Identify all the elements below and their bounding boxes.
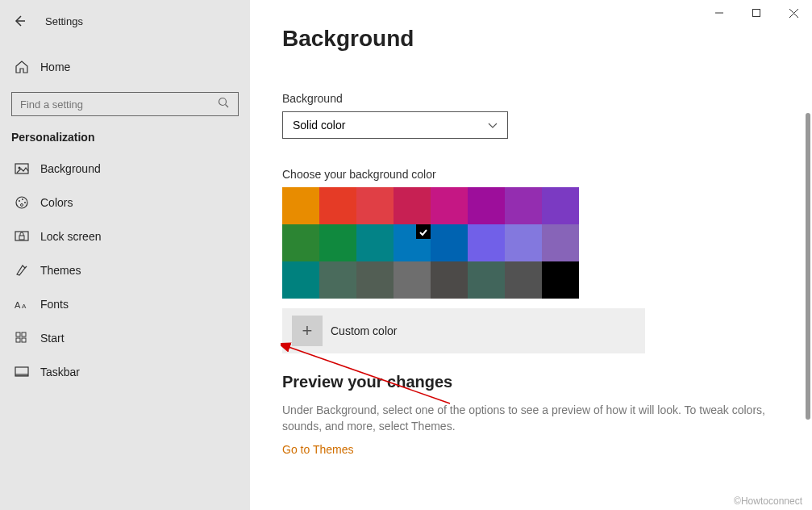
sidebar-item-label: Taskbar [40, 366, 80, 378]
svg-rect-24 [15, 374, 28, 376]
home-label: Home [40, 61, 70, 73]
color-swatch[interactable] [282, 261, 319, 299]
palette-icon [15, 195, 29, 210]
color-swatch[interactable] [505, 187, 542, 224]
color-swatch[interactable] [394, 224, 431, 261]
sidebar: Settings Home Personalization Background… [0, 0, 250, 510]
go-to-themes-link[interactable]: Go to Themes [282, 443, 353, 456]
back-button[interactable] [10, 11, 29, 31]
sidebar-item-label: Start [40, 332, 65, 345]
home-icon [15, 60, 29, 74]
sidebar-item-label: Background [40, 162, 101, 175]
search-field[interactable] [20, 98, 218, 111]
svg-point-12 [24, 202, 26, 203]
watermark: ©Howtoconnect [734, 495, 802, 507]
color-swatch[interactable] [468, 261, 505, 299]
color-swatch[interactable] [431, 187, 468, 224]
svg-point-10 [19, 200, 20, 202]
svg-rect-19 [16, 332, 20, 337]
preview-heading: Preview your changes [282, 373, 780, 391]
svg-point-8 [19, 167, 21, 169]
color-swatch[interactable] [542, 187, 579, 224]
color-swatch[interactable] [356, 261, 394, 299]
sidebar-item-colors[interactable]: Colors [0, 186, 250, 219]
fonts-icon: AA [15, 297, 29, 311]
sidebar-item-label: Lock screen [40, 230, 101, 243]
svg-text:A: A [15, 300, 21, 310]
dropdown-value: Solid color [293, 119, 345, 132]
color-swatch[interactable] [542, 224, 579, 261]
svg-rect-21 [16, 338, 20, 342]
svg-point-11 [22, 199, 23, 200]
background-dropdown[interactable]: Solid color [282, 111, 508, 139]
svg-line-6 [226, 104, 229, 107]
sidebar-item-taskbar[interactable]: Taskbar [0, 355, 250, 389]
check-icon [418, 226, 428, 240]
sidebar-item-lock-screen[interactable]: Lock screen [0, 219, 250, 253]
svg-point-13 [21, 204, 23, 207]
sidebar-item-themes[interactable]: Themes [0, 253, 250, 287]
home-nav[interactable]: Home [0, 50, 250, 84]
page-title: Background [282, 26, 780, 52]
color-swatch[interactable] [282, 187, 319, 224]
picture-icon [15, 161, 29, 176]
preview-description: Under Background, select one of the opti… [282, 403, 766, 434]
custom-color-button[interactable]: + Custom color [282, 308, 645, 353]
color-swatch[interactable] [356, 224, 394, 261]
color-swatch[interactable] [431, 224, 468, 261]
section-header: Personalization [0, 116, 250, 152]
app-title: Settings [45, 15, 83, 27]
color-swatch[interactable] [394, 187, 431, 224]
color-swatch[interactable] [319, 187, 356, 224]
sidebar-item-start[interactable]: Start [0, 321, 250, 355]
sidebar-item-label: Themes [40, 264, 81, 277]
color-swatch[interactable] [282, 224, 319, 261]
svg-rect-22 [22, 338, 26, 342]
color-swatch[interactable] [505, 224, 542, 261]
svg-point-5 [219, 98, 227, 105]
lockscreen-icon [15, 229, 29, 244]
taskbar-icon [15, 365, 29, 379]
color-swatch[interactable] [468, 224, 505, 261]
sidebar-item-label: Fonts [40, 298, 69, 311]
sidebar-item-background[interactable]: Background [0, 152, 250, 186]
choose-color-label: Choose your background color [282, 168, 780, 181]
start-icon [15, 331, 29, 345]
plus-icon: + [292, 316, 323, 346]
scrollbar-thumb[interactable] [806, 113, 810, 420]
color-swatch[interactable] [394, 261, 431, 299]
chevron-down-icon [488, 119, 498, 132]
color-swatch[interactable] [319, 261, 356, 299]
svg-line-16 [25, 266, 27, 268]
color-swatch[interactable] [356, 187, 394, 224]
search-icon [218, 97, 230, 112]
themes-icon [15, 263, 29, 278]
background-label: Background [282, 92, 780, 105]
color-grid [282, 187, 579, 299]
color-swatch[interactable] [505, 261, 542, 299]
sidebar-item-fonts[interactable]: AAFonts [0, 287, 250, 321]
color-swatch[interactable] [431, 261, 468, 299]
color-swatch[interactable] [319, 224, 356, 261]
sidebar-item-label: Colors [40, 196, 73, 209]
svg-text:A: A [22, 303, 27, 310]
main-content: Background Background Solid color Choose… [250, 0, 812, 510]
color-swatch[interactable] [468, 187, 505, 224]
svg-rect-15 [19, 236, 24, 240]
svg-rect-20 [22, 332, 26, 337]
color-swatch[interactable] [542, 261, 579, 299]
scrollbar[interactable] [801, 0, 812, 510]
search-input[interactable] [11, 92, 239, 116]
custom-color-label: Custom color [331, 324, 397, 337]
